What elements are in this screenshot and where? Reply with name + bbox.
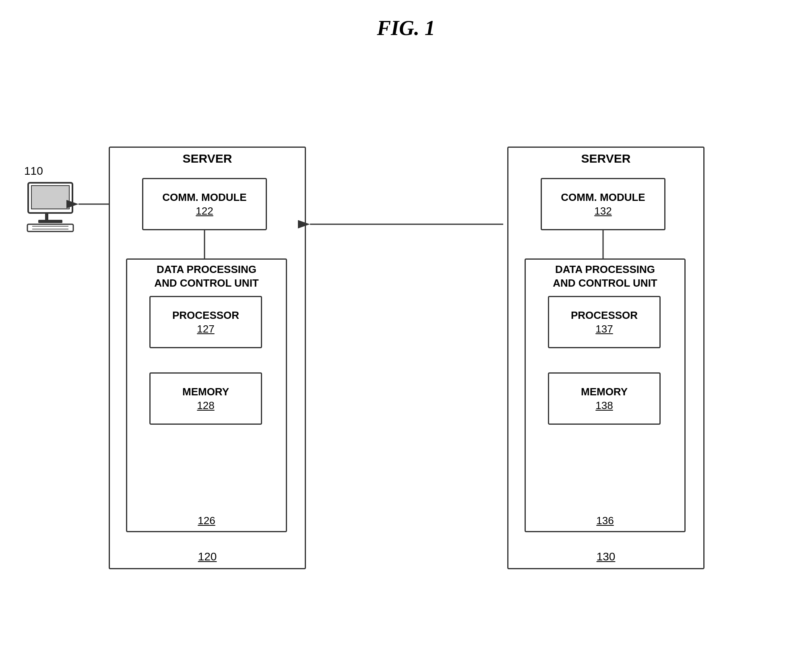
arrow-client-to-server1 — [76, 196, 113, 212]
server1-proc-label: PROCESSOR — [172, 309, 239, 322]
server1-box: SERVER COMM. MODULE 122 DATA PROCESSING … — [109, 147, 306, 569]
svg-rect-2 — [45, 213, 48, 220]
svg-rect-1 — [31, 186, 69, 209]
server1-dp-box: DATA PROCESSING AND CONTROL UNIT PROCESS… — [126, 258, 287, 532]
server1-mem-label: MEMORY — [182, 385, 229, 399]
server2-comm-label: COMM. MODULE — [561, 191, 645, 205]
server2-proc-number: 137 — [595, 323, 613, 335]
server2-title: SERVER — [508, 148, 703, 168]
server1-comm-label: COMM. MODULE — [162, 191, 246, 205]
svg-rect-3 — [38, 220, 62, 223]
server1-comm-module: COMM. MODULE 122 — [142, 178, 267, 230]
server1-title: SERVER — [110, 148, 305, 168]
page-title: FIG. 1 — [0, 0, 812, 40]
server2-processor-box: PROCESSOR 137 — [548, 296, 661, 348]
server2-proc-label: PROCESSOR — [571, 309, 638, 322]
server1-dp-number: 126 — [127, 514, 286, 527]
server1-processor-box: PROCESSOR 127 — [149, 296, 262, 348]
server2-comm-module: COMM. MODULE 132 — [541, 178, 665, 230]
client-computer-area: 110 — [24, 165, 76, 233]
server1-proc-number: 127 — [197, 323, 214, 335]
server1-conn-line — [202, 230, 207, 258]
server2-mem-label: MEMORY — [581, 385, 628, 399]
server2-number: 130 — [508, 550, 703, 563]
server2-dp-label: DATA PROCESSING AND CONTROL UNIT — [526, 260, 684, 292]
server2-dp-box: DATA PROCESSING AND CONTROL UNIT PROCESS… — [525, 258, 686, 532]
server1-comm-number: 122 — [196, 205, 213, 217]
server1-memory-box: MEMORY 128 — [149, 372, 262, 425]
server1-dp-label: DATA PROCESSING AND CONTROL UNIT — [127, 260, 286, 292]
server2-conn-line — [601, 230, 605, 258]
server2-box: SERVER COMM. MODULE 132 DATA PROCESSING … — [507, 147, 705, 569]
client-label: 110 — [24, 165, 43, 178]
diagram-area: 110 SERVER COMM. MO — [0, 84, 812, 655]
server2-dp-number: 136 — [526, 514, 684, 527]
arrow-server1-to-server2 — [306, 216, 507, 232]
server2-memory-box: MEMORY 138 — [548, 372, 661, 425]
svg-rect-4 — [27, 224, 73, 231]
server2-mem-number: 138 — [595, 399, 613, 412]
server1-mem-number: 128 — [197, 399, 214, 412]
computer-icon — [24, 181, 76, 233]
server1-number: 120 — [110, 550, 305, 563]
server2-comm-number: 132 — [594, 205, 612, 217]
